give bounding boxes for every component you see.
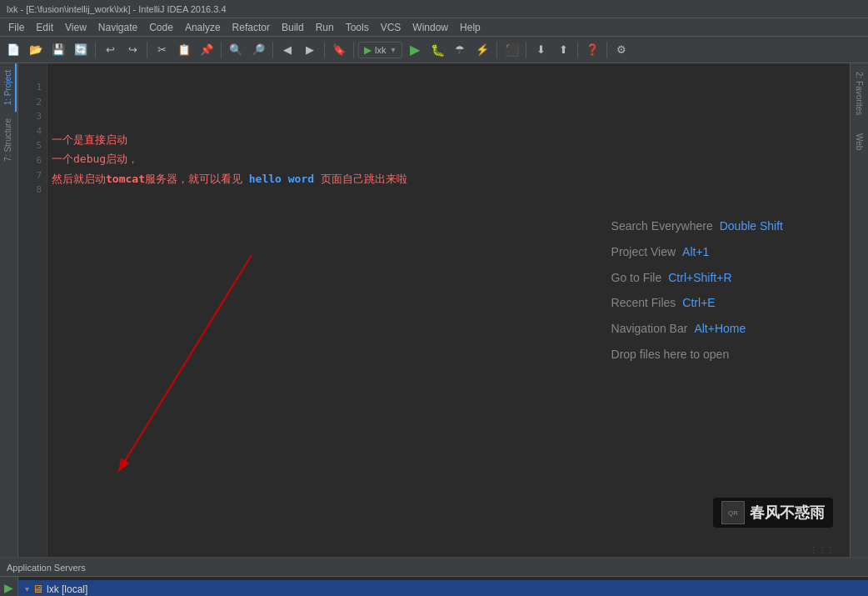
server-label: lxk [local]: [47, 583, 87, 595]
sidebar-web[interactable]: Web: [852, 128, 866, 155]
code-line-3: 然后就启动tomcat服务器，就可以看见 hello word 页面自己跳出来啦: [52, 169, 850, 188]
server-icon: 🖥: [32, 583, 43, 595]
cut-btn[interactable]: ✂: [152, 40, 172, 60]
right-sidebar: 2: Favorites Web: [850, 63, 868, 557]
replace-btn[interactable]: 🔎: [248, 40, 268, 60]
menu-view[interactable]: View: [60, 20, 92, 35]
editor-area[interactable]: 1 2 3 4 5 6 7 8 一个是直接启动 一个debug启动， 然后就启动…: [18, 63, 850, 557]
menu-run[interactable]: Run: [311, 20, 339, 35]
title-bar: lxk - [E:\fusion\intellij_work\lxk] - In…: [0, 0, 868, 18]
watermark-qr: QR: [721, 501, 745, 524]
shortcut-label: Project View: [611, 239, 676, 265]
separator-10: [606, 42, 607, 58]
vcs-update-btn[interactable]: ⬇: [531, 40, 551, 60]
separator-9: [577, 42, 578, 58]
open-btn[interactable]: 📂: [26, 40, 46, 60]
shortcut-key: Ctrl+Shift+R: [668, 265, 731, 291]
tree-item-server[interactable]: ▾ 🖥 lxk [local]: [18, 580, 868, 596]
shortcut-label: Go to File: [611, 265, 662, 291]
code-line-1: 一个是直接启动: [52, 130, 850, 149]
separator-2: [147, 42, 147, 58]
menu-navigate[interactable]: Navigate: [93, 20, 142, 35]
shortcut-label: Recent Files: [611, 290, 676, 316]
shortcut-drop-label: Drop files here to open: [611, 342, 730, 368]
back-btn[interactable]: ◀: [277, 40, 297, 60]
run-btn[interactable]: ▶: [405, 40, 425, 60]
shortcut-label: Navigation Bar: [611, 316, 688, 342]
separator-4: [272, 42, 273, 58]
left-sidebar: 1: Project 7: Structure: [0, 63, 18, 557]
run-config-label: lxk: [375, 45, 386, 55]
sidebar-item-project[interactable]: 1: Project: [1, 63, 17, 112]
code-line-2: 一个debug启动，: [52, 149, 850, 168]
editor-text-area[interactable]: 一个是直接启动 一个debug启动， 然后就启动tomcat服务器，就可以看见 …: [52, 63, 850, 188]
coverage-btn[interactable]: ☂: [450, 40, 470, 60]
bottom-left-sidebar: ▶ 🐛 + ⋮: [0, 577, 18, 596]
sidebar-item-structure[interactable]: 7: Structure: [1, 112, 17, 168]
svg-line-1: [118, 255, 252, 472]
resize-dots: ⋮⋮⋮: [810, 545, 835, 554]
help-btn[interactable]: ❓: [582, 40, 602, 60]
menu-tools[interactable]: Tools: [341, 20, 374, 35]
menu-window[interactable]: Window: [407, 20, 453, 35]
menu-analyze[interactable]: Analyze: [180, 20, 226, 35]
paste-btn[interactable]: 📌: [197, 40, 217, 60]
undo-btn[interactable]: ↩: [100, 40, 120, 60]
shortcut-drop: Drop files here to open: [611, 342, 783, 368]
separator-1: [95, 42, 96, 58]
separator-5: [324, 42, 325, 58]
vcs-commit-btn[interactable]: ⬆: [553, 40, 573, 60]
bottom-panel-content: ▶ 🐛 + ⋮ ▾ 🖥 lxk [local] 📦 lxk:war explod…: [0, 577, 868, 596]
separator-3: [221, 42, 222, 58]
save-btn[interactable]: 💾: [48, 40, 68, 60]
run-server-btn[interactable]: ▶: [2, 580, 17, 595]
run-config-dropdown-icon: ▼: [389, 46, 397, 54]
toolbar: 📄 📂 💾 🔄 ↩ ↪ ✂ 📋 📌 🔍 🔎 ◀ ▶ 🔖 ▶ lxk ▼ ▶ 🐛 …: [0, 37, 868, 63]
run-configuration[interactable]: ▶ lxk ▼: [358, 42, 402, 58]
shortcuts-panel: Search Everywhere Double Shift Project V…: [611, 213, 783, 368]
debug-btn[interactable]: 🐛: [427, 40, 447, 60]
bottom-panel-title: Application Servers: [7, 563, 86, 573]
watermark: QR 春风不惑雨: [713, 498, 833, 528]
sidebar-favorites[interactable]: 2: Favorites: [852, 67, 866, 120]
menu-build[interactable]: Build: [277, 20, 309, 35]
shortcut-key: Ctrl+E: [682, 290, 715, 316]
shortcut-search: Search Everywhere Double Shift: [611, 213, 783, 239]
shortcut-key: Alt+Home: [694, 316, 746, 342]
shortcut-project: Project View Alt+1: [611, 239, 783, 265]
new-file-btn[interactable]: 📄: [3, 40, 23, 60]
sync-btn[interactable]: 🔄: [71, 40, 91, 60]
stop-btn[interactable]: ⬛: [501, 40, 521, 60]
run-config-icon: ▶: [364, 44, 372, 56]
redo-btn[interactable]: ↪: [122, 40, 142, 60]
watermark-text: 春风不惑雨: [750, 503, 825, 523]
main-area: 1: Project 7: Structure 1 2 3 4 5 6 7 8 …: [0, 63, 868, 557]
shortcut-key: Alt+1: [682, 239, 709, 265]
menu-help[interactable]: Help: [455, 20, 486, 35]
copy-btn[interactable]: 📋: [174, 40, 194, 60]
server-tree: ▾ 🖥 lxk [local] 📦 lxk:war exploded: [18, 577, 868, 596]
separator-8: [526, 42, 526, 58]
menu-code[interactable]: Code: [144, 20, 178, 35]
menu-refactor[interactable]: Refactor: [227, 20, 275, 35]
profile-btn[interactable]: ⚡: [472, 40, 492, 60]
bottom-panel-header: Application Servers: [0, 558, 868, 577]
menu-bar: File Edit View Navigate Code Analyze Ref…: [0, 18, 868, 37]
shortcut-recent: Recent Files Ctrl+E: [611, 290, 783, 316]
title-text: lxk - [E:\fusion\intellij_work\lxk] - In…: [7, 4, 227, 14]
line-numbers: 1 2 3 4 5 6 7 8: [18, 63, 47, 557]
menu-edit[interactable]: Edit: [31, 20, 58, 35]
tree-expand-icon: ▾: [25, 584, 29, 593]
search-btn[interactable]: 🔍: [226, 40, 246, 60]
shortcut-key: Double Shift: [720, 213, 783, 239]
shortcut-navbar: Navigation Bar Alt+Home: [611, 316, 783, 342]
separator-7: [496, 42, 497, 58]
menu-file[interactable]: File: [3, 20, 29, 35]
separator-6: [353, 42, 354, 58]
menu-vcs[interactable]: VCS: [376, 20, 407, 35]
bookmark-btn[interactable]: 🔖: [329, 40, 349, 60]
bottom-panel: Application Servers ▶ 🐛 + ⋮ ▾ 🖥 lxk [loc…: [0, 557, 868, 596]
settings-btn[interactable]: ⚙: [611, 40, 631, 60]
forward-btn[interactable]: ▶: [300, 40, 320, 60]
shortcut-goto: Go to File Ctrl+Shift+R: [611, 265, 783, 291]
